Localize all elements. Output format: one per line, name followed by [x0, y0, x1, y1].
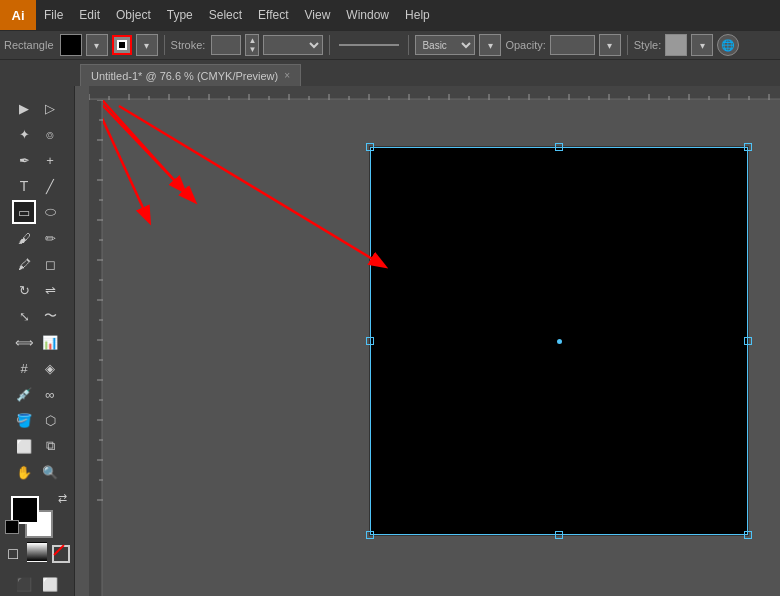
handle-top-left[interactable] — [366, 143, 374, 151]
center-point — [557, 339, 562, 344]
add-anchor-tool[interactable]: + — [38, 148, 62, 172]
none-fill-icon[interactable]: □ — [1, 542, 25, 566]
tool-row-13: 🪣 ⬡ — [12, 408, 62, 432]
slice-tool[interactable]: ⧉ — [38, 434, 62, 458]
gradient-tool[interactable]: ◈ — [38, 356, 62, 380]
svg-line-61 — [119, 106, 384, 266]
mesh-tool[interactable]: # — [12, 356, 36, 380]
reset-colors-icon[interactable] — [5, 520, 19, 534]
zoom-tool[interactable]: 🔍 — [38, 460, 62, 484]
main-area: ▶ ▷ ✦ ⌾ ✒ + T ╱ ▭ ⬭ 🖌 ✏ 🖍 ◻ ↻ ⇌ — [0, 86, 780, 596]
ai-logo: Ai — [0, 0, 36, 30]
direct-select-tool[interactable]: ▷ — [38, 96, 62, 120]
handle-top-right[interactable] — [744, 143, 752, 151]
stroke-options-btn[interactable]: ▾ — [136, 34, 158, 56]
document-tab[interactable]: Untitled-1* @ 76.6 % (CMYK/Preview) × — [80, 64, 301, 86]
handle-bottom-left[interactable] — [366, 531, 374, 539]
sep4 — [627, 35, 628, 55]
menu-file[interactable]: File — [36, 0, 71, 30]
globe-icon[interactable]: 🌐 — [717, 34, 739, 56]
live-paint-tool[interactable]: 🪣 — [12, 408, 36, 432]
menu-select[interactable]: Select — [201, 0, 250, 30]
fill-swatch[interactable] — [60, 34, 82, 56]
menu-object[interactable]: Object — [108, 0, 159, 30]
width-tool[interactable]: ⟺ — [12, 330, 36, 354]
live-paint-select-tool[interactable]: ⬡ — [38, 408, 62, 432]
paintbrush-tool[interactable]: 🖌 — [12, 226, 36, 250]
tool-row-3: ✒ + — [12, 148, 62, 172]
blend-tool[interactable]: ∞ — [38, 382, 62, 406]
canvas-area — [89, 86, 780, 596]
warp-tool[interactable]: 〜 — [38, 304, 62, 328]
line-tool[interactable]: ╱ — [38, 174, 62, 198]
view-mode-row: ⬛ ⬜ — [12, 572, 62, 596]
style-more-btn[interactable]: ▾ — [479, 34, 501, 56]
menu-window[interactable]: Window — [338, 0, 397, 30]
menu-view[interactable]: View — [297, 0, 339, 30]
shape-label: Rectangle — [4, 39, 54, 51]
hand-tool[interactable]: ✋ — [12, 460, 36, 484]
swap-colors-icon[interactable]: ⇄ — [58, 492, 67, 505]
tab-close-btn[interactable]: × — [284, 70, 290, 81]
stroke-width-input[interactable] — [211, 35, 241, 55]
magic-wand-tool[interactable]: ✦ — [12, 122, 36, 146]
style-profile-select[interactable]: Basic — [415, 35, 475, 55]
artboards-icon[interactable]: ⬜ — [38, 572, 62, 596]
graph-tool[interactable]: 📊 — [38, 330, 62, 354]
style-label: Style: — [634, 39, 662, 51]
color-mode-row: □ — [1, 542, 73, 566]
menu-help[interactable]: Help — [397, 0, 438, 30]
rotate-tool[interactable]: ↻ — [12, 278, 36, 302]
menu-edit[interactable]: Edit — [71, 0, 108, 30]
opacity-more-btn[interactable]: ▾ — [599, 34, 621, 56]
tool-row-1: ▶ ▷ — [12, 96, 62, 120]
tool-row-2: ✦ ⌾ — [12, 122, 62, 146]
title-bar: Ai File Edit Object Type Select Effect V… — [0, 0, 780, 30]
stroke-type-select[interactable] — [263, 35, 323, 55]
tool-row-10: ⟺ 📊 — [12, 330, 62, 354]
stroke-up-btn[interactable]: ▲▼ — [245, 34, 259, 56]
menu-effect[interactable]: Effect — [250, 0, 296, 30]
tool-row-12: 💉 ∞ — [12, 382, 62, 406]
artboard — [369, 146, 749, 536]
blob-brush-tool[interactable]: 🖍 — [12, 252, 36, 276]
artboard-tool[interactable]: ⬜ — [12, 434, 36, 458]
menu-type[interactable]: Type — [159, 0, 201, 30]
ruler-left — [89, 100, 103, 596]
change-screen-mode-icon[interactable]: ⬛ — [12, 572, 36, 596]
lasso-tool[interactable]: ⌾ — [38, 122, 62, 146]
tool-row-15: ✋ 🔍 — [12, 460, 62, 484]
ellipse-tool[interactable]: ⬭ — [38, 200, 62, 224]
handle-left-mid[interactable] — [366, 337, 374, 345]
reflect-tool[interactable]: ⇌ — [38, 278, 62, 302]
handle-bottom-mid[interactable] — [555, 531, 563, 539]
tab-title: Untitled-1* @ 76.6 % (CMYK/Preview) — [91, 70, 278, 82]
stroke-color-btn[interactable] — [112, 35, 132, 55]
handle-right-mid[interactable] — [744, 337, 752, 345]
pen-tool[interactable]: ✒ — [12, 148, 36, 172]
color-swatch-area: ⇄ — [9, 494, 65, 530]
options-toolbar: Rectangle ▾ ▾ Stroke: ▲▼ Basic ▾ Opacity… — [0, 30, 780, 60]
rectangle-tool[interactable]: ▭ — [12, 200, 36, 224]
opacity-label: Opacity: — [505, 39, 545, 51]
none-stroke-icon[interactable] — [49, 542, 73, 566]
style-btn[interactable]: ▾ — [691, 34, 713, 56]
handle-bottom-right[interactable] — [744, 531, 752, 539]
tool-row-5: ▭ ⬭ — [12, 200, 62, 224]
eraser-tool[interactable]: ◻ — [38, 252, 62, 276]
tool-row-6: 🖌 ✏ — [12, 226, 62, 250]
tool-row-8: ↻ ⇌ — [12, 278, 62, 302]
selection-tool[interactable]: ▶ — [12, 96, 36, 120]
opacity-input[interactable]: 100% — [550, 35, 595, 55]
menu-bar: File Edit Object Type Select Effect View… — [36, 0, 780, 30]
fill-options-btn[interactable]: ▾ — [86, 34, 108, 56]
handle-top-mid[interactable] — [555, 143, 563, 151]
pencil-tool[interactable]: ✏ — [38, 226, 62, 250]
eyedropper-tool[interactable]: 💉 — [12, 382, 36, 406]
scale-tool[interactable]: ⤡ — [12, 304, 36, 328]
svg-line-59 — [89, 91, 194, 201]
tool-row-11: # ◈ — [12, 356, 62, 380]
gradient-fill-icon[interactable] — [27, 542, 47, 562]
type-tool[interactable]: T — [12, 174, 36, 198]
tab-bar: Untitled-1* @ 76.6 % (CMYK/Preview) × — [0, 60, 780, 86]
